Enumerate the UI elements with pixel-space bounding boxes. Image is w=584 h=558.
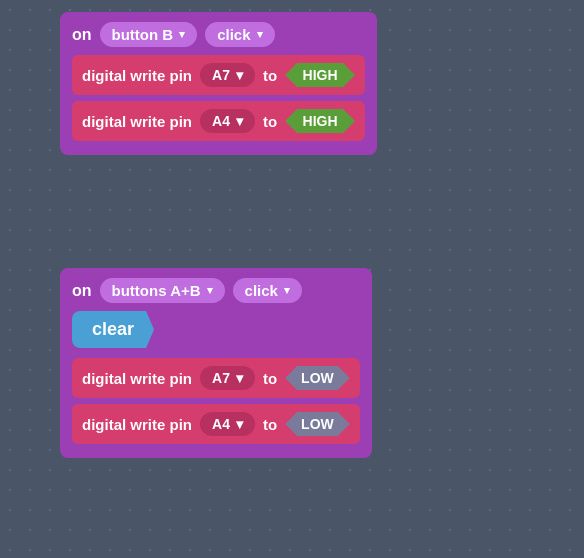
block1-outer: on button B ▾ click ▾ digital write pin … — [60, 12, 377, 155]
block1-row2-value[interactable]: HIGH — [285, 109, 355, 133]
block1-row2-prefix: digital write pin — [82, 113, 192, 130]
block1-event-label: button B — [112, 26, 174, 43]
block2-event-label: buttons A+B — [112, 282, 201, 299]
block1-row2-to: to — [263, 113, 277, 130]
block2-row1-prefix: digital write pin — [82, 370, 192, 387]
block2-row2-prefix: digital write pin — [82, 416, 192, 433]
block1-action-chevron: ▾ — [257, 28, 263, 41]
block2-row2-to: to — [263, 416, 277, 433]
block1-row1-pin[interactable]: A7 ▾ — [200, 63, 255, 87]
block2-event-dropdown[interactable]: buttons A+B ▾ — [100, 278, 225, 303]
block1-row2-pin[interactable]: A4 ▾ — [200, 109, 255, 133]
block2-row2-content: digital write pin A4 ▾ to LOW — [82, 412, 350, 436]
block1-action-label: click — [217, 26, 250, 43]
block2-row1-pin-chevron: ▾ — [236, 370, 243, 386]
block2-row1: digital write pin A7 ▾ to LOW — [72, 358, 360, 398]
block2-header: on buttons A+B ▾ click ▾ — [72, 278, 360, 303]
block2-row1-pin[interactable]: A7 ▾ — [200, 366, 255, 390]
block2-row2-pin[interactable]: A4 ▾ — [200, 412, 255, 436]
block1-row2: digital write pin A4 ▾ to HIGH — [72, 101, 365, 141]
block2-row1-pin-label: A7 — [212, 370, 230, 386]
block2-action-dropdown[interactable]: click ▾ — [233, 278, 302, 303]
block2-row2-pin-label: A4 — [212, 416, 230, 432]
block1-row1-value[interactable]: HIGH — [285, 63, 355, 87]
block1-row2-pin-label: A4 — [212, 113, 230, 129]
block1-on-label: on — [72, 26, 92, 44]
block2-outer: on buttons A+B ▾ click ▾ clear digital w… — [60, 268, 372, 458]
block1-row2-content: digital write pin A4 ▾ to HIGH — [82, 109, 355, 133]
block1-row1-pin-label: A7 — [212, 67, 230, 83]
block2-on-label: on — [72, 282, 92, 300]
block2-row1-value[interactable]: LOW — [285, 366, 350, 390]
block2-row2-pin-chevron: ▾ — [236, 416, 243, 432]
block2-row2: digital write pin A4 ▾ to LOW — [72, 404, 360, 444]
block1-event-dropdown[interactable]: button B ▾ — [100, 22, 198, 47]
block1-header: on button B ▾ click ▾ — [72, 22, 365, 47]
block2: on buttons A+B ▾ click ▾ clear digital w… — [60, 268, 372, 458]
block2-event-chevron: ▾ — [207, 284, 213, 297]
block2-action-chevron: ▾ — [284, 284, 290, 297]
block1-row2-pin-chevron: ▾ — [236, 113, 243, 129]
block1-row1-to: to — [263, 67, 277, 84]
block1-row1-content: digital write pin A7 ▾ to HIGH — [82, 63, 355, 87]
block2-row1-to: to — [263, 370, 277, 387]
block1: on button B ▾ click ▾ digital write pin … — [60, 12, 377, 155]
block2-row1-content: digital write pin A7 ▾ to LOW — [82, 366, 350, 390]
clear-block[interactable]: clear — [72, 311, 154, 348]
block1-event-chevron: ▾ — [179, 28, 185, 41]
block2-row2-value[interactable]: LOW — [285, 412, 350, 436]
block1-row1-pin-chevron: ▾ — [236, 67, 243, 83]
clear-label: clear — [92, 319, 134, 339]
block1-row1: digital write pin A7 ▾ to HIGH — [72, 55, 365, 95]
block1-row1-prefix: digital write pin — [82, 67, 192, 84]
block2-action-label: click — [245, 282, 278, 299]
block1-action-dropdown[interactable]: click ▾ — [205, 22, 274, 47]
